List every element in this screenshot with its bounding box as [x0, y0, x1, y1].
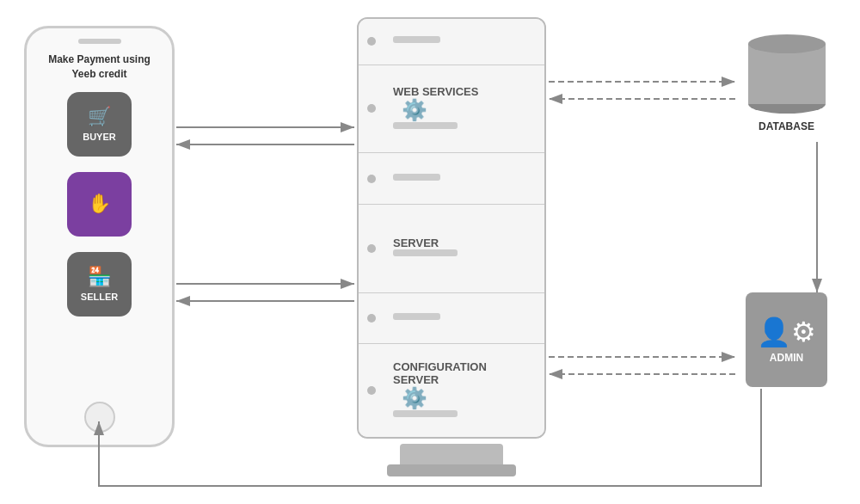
diagram-container: Make Payment usingYeeb credit 🛒 BUYER ✋ … [0, 0, 860, 504]
rack-dot-0 [367, 37, 376, 46]
buyer-icon: 🛒 [88, 106, 111, 128]
admin-icon: 👤⚙ [757, 316, 816, 348]
seller-icon: 🏪 [88, 266, 111, 288]
rack-slot-4 [359, 293, 544, 345]
server-label: SERVER [393, 237, 532, 249]
rack-slot-0 [359, 19, 544, 65]
server-rack: WEB SERVICES ⚙️ SERVER CONFIGURATION SER… [357, 17, 546, 439]
buyer-label: BUYER [83, 132, 116, 142]
seller-button[interactable]: 🏪 SELLER [67, 252, 132, 317]
admin-label: ADMIN [770, 352, 803, 364]
yeeb-button[interactable]: ✋ [67, 172, 132, 237]
seller-label: SELLER [81, 292, 118, 302]
admin-box: 👤⚙ ADMIN [746, 292, 827, 387]
rack-dot-1 [367, 104, 376, 113]
rack-slot-server: SERVER [359, 205, 544, 293]
rack-dot-5 [367, 386, 376, 395]
web-services-label: WEB SERVICES [393, 85, 532, 98]
phone: Make Payment usingYeeb credit 🛒 BUYER ✋ … [24, 26, 175, 447]
rack-dot-2 [367, 175, 376, 183]
rack-dot-4 [367, 314, 376, 323]
config-server-icon: ⚙️ [402, 386, 532, 410]
rack-stand-bottom [387, 464, 516, 476]
web-services-icon: ⚙️ [402, 98, 532, 122]
phone-home-button[interactable] [84, 402, 115, 433]
rack-bar-0 [393, 36, 440, 43]
database: DATABASE [746, 34, 827, 138]
database-top [748, 34, 826, 53]
database-label: DATABASE [759, 120, 814, 132]
rack-slot-web-services: WEB SERVICES ⚙️ [359, 65, 544, 154]
rack-bar-1 [393, 122, 458, 129]
rack-slot-config: CONFIGURATION SERVER ⚙️ [359, 344, 544, 437]
buyer-button[interactable]: 🛒 BUYER [67, 92, 132, 157]
config-server-label: CONFIGURATION SERVER [393, 360, 532, 386]
yeeb-icon: ✋ [88, 193, 111, 215]
rack-bar-4 [393, 313, 440, 320]
phone-title: Make Payment usingYeeb credit [48, 52, 150, 82]
rack-slot-2 [359, 153, 544, 205]
phone-buttons: 🛒 BUYER ✋ 🏪 SELLER [27, 92, 172, 317]
rack-bar-2 [393, 174, 440, 181]
rack-dot-3 [367, 244, 376, 253]
phone-speaker [78, 39, 121, 44]
rack-bar-3 [393, 249, 458, 256]
rack-bar-5 [393, 410, 458, 417]
